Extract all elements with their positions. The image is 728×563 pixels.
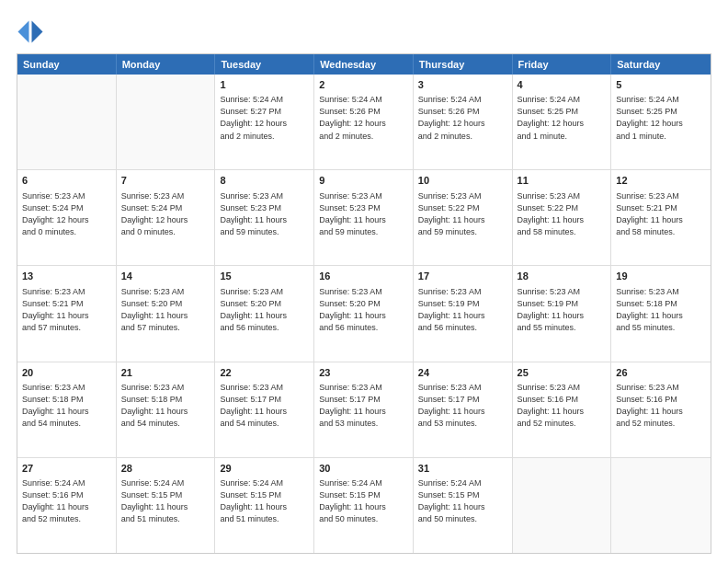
calendar-row-0: 1Sunrise: 5:24 AM Sunset: 5:27 PM Daylig… <box>17 75 711 169</box>
day-info: Sunrise: 5:23 AM Sunset: 5:18 PM Dayligh… <box>616 286 706 334</box>
calendar-cell: 2Sunrise: 5:24 AM Sunset: 5:26 PM Daylig… <box>314 75 414 169</box>
day-number: 2 <box>319 78 408 92</box>
calendar-cell: 23Sunrise: 5:23 AM Sunset: 5:17 PM Dayli… <box>314 362 414 457</box>
calendar-cell: 4Sunrise: 5:24 AM Sunset: 5:25 PM Daylig… <box>513 75 612 169</box>
day-info: Sunrise: 5:23 AM Sunset: 5:24 PM Dayligh… <box>22 190 111 238</box>
calendar-row-3: 20Sunrise: 5:23 AM Sunset: 5:18 PM Dayli… <box>17 362 711 457</box>
day-number: 23 <box>319 366 408 380</box>
calendar-cell: 6Sunrise: 5:23 AM Sunset: 5:24 PM Daylig… <box>17 170 117 265</box>
day-info: Sunrise: 5:23 AM Sunset: 5:16 PM Dayligh… <box>518 382 607 430</box>
header-day-friday: Friday <box>513 54 612 75</box>
calendar-cell: 20Sunrise: 5:23 AM Sunset: 5:18 PM Dayli… <box>17 362 117 457</box>
calendar-body: 1Sunrise: 5:24 AM Sunset: 5:27 PM Daylig… <box>17 75 711 553</box>
calendar-cell: 14Sunrise: 5:23 AM Sunset: 5:20 PM Dayli… <box>117 266 216 361</box>
day-info: Sunrise: 5:23 AM Sunset: 5:18 PM Dayligh… <box>22 382 111 430</box>
calendar-cell: 5Sunrise: 5:24 AM Sunset: 5:25 PM Daylig… <box>611 75 711 169</box>
calendar-cell: 27Sunrise: 5:24 AM Sunset: 5:16 PM Dayli… <box>17 458 117 553</box>
day-info: Sunrise: 5:23 AM Sunset: 5:20 PM Dayligh… <box>319 286 408 334</box>
day-number: 3 <box>418 78 507 92</box>
calendar-cell <box>611 458 711 553</box>
day-number: 10 <box>418 174 507 188</box>
calendar-cell: 28Sunrise: 5:24 AM Sunset: 5:15 PM Dayli… <box>117 458 216 553</box>
day-info: Sunrise: 5:23 AM Sunset: 5:17 PM Dayligh… <box>220 382 309 430</box>
day-number: 16 <box>319 270 408 283</box>
calendar-cell: 12Sunrise: 5:23 AM Sunset: 5:21 PM Dayli… <box>611 170 711 265</box>
calendar-row-2: 13Sunrise: 5:23 AM Sunset: 5:21 PM Dayli… <box>17 265 711 361</box>
day-info: Sunrise: 5:23 AM Sunset: 5:20 PM Dayligh… <box>121 286 210 334</box>
logo <box>17 17 48 44</box>
calendar-cell <box>513 458 612 553</box>
calendar: SundayMondayTuesdayWednesdayThursdayFrid… <box>17 53 711 554</box>
day-info: Sunrise: 5:23 AM Sunset: 5:22 PM Dayligh… <box>518 190 607 238</box>
day-info: Sunrise: 5:23 AM Sunset: 5:21 PM Dayligh… <box>616 190 706 238</box>
header-day-tuesday: Tuesday <box>215 54 314 75</box>
day-info: Sunrise: 5:24 AM Sunset: 5:25 PM Dayligh… <box>616 94 706 142</box>
day-info: Sunrise: 5:24 AM Sunset: 5:15 PM Dayligh… <box>319 477 408 525</box>
svg-marker-1 <box>18 21 29 43</box>
day-number: 17 <box>418 270 507 283</box>
day-number: 6 <box>22 174 111 188</box>
day-number: 30 <box>319 462 408 476</box>
svg-marker-0 <box>32 21 43 43</box>
calendar-cell: 22Sunrise: 5:23 AM Sunset: 5:17 PM Dayli… <box>215 362 314 457</box>
calendar-cell: 8Sunrise: 5:23 AM Sunset: 5:23 PM Daylig… <box>215 170 314 265</box>
calendar-cell: 19Sunrise: 5:23 AM Sunset: 5:18 PM Dayli… <box>611 266 711 361</box>
day-number: 29 <box>220 462 309 476</box>
day-info: Sunrise: 5:23 AM Sunset: 5:16 PM Dayligh… <box>616 382 706 430</box>
calendar-cell: 17Sunrise: 5:23 AM Sunset: 5:19 PM Dayli… <box>414 266 513 361</box>
page: SundayMondayTuesdayWednesdayThursdayFrid… <box>0 0 728 563</box>
day-number: 27 <box>22 462 111 476</box>
header <box>17 17 711 44</box>
day-info: Sunrise: 5:24 AM Sunset: 5:16 PM Dayligh… <box>22 477 111 525</box>
day-number: 20 <box>22 366 111 380</box>
calendar-cell: 10Sunrise: 5:23 AM Sunset: 5:22 PM Dayli… <box>414 170 513 265</box>
day-number: 25 <box>518 366 607 380</box>
day-info: Sunrise: 5:23 AM Sunset: 5:24 PM Dayligh… <box>121 190 210 238</box>
day-number: 5 <box>616 78 706 92</box>
calendar-cell: 25Sunrise: 5:23 AM Sunset: 5:16 PM Dayli… <box>513 362 612 457</box>
day-number: 24 <box>418 366 507 380</box>
day-number: 7 <box>121 174 210 188</box>
day-number: 21 <box>121 366 210 380</box>
day-number: 31 <box>418 462 507 476</box>
day-info: Sunrise: 5:24 AM Sunset: 5:27 PM Dayligh… <box>220 94 309 142</box>
day-number: 14 <box>121 270 210 283</box>
calendar-cell: 24Sunrise: 5:23 AM Sunset: 5:17 PM Dayli… <box>414 362 513 457</box>
calendar-cell: 29Sunrise: 5:24 AM Sunset: 5:15 PM Dayli… <box>215 458 314 553</box>
day-number: 12 <box>616 174 706 188</box>
calendar-cell: 7Sunrise: 5:23 AM Sunset: 5:24 PM Daylig… <box>117 170 216 265</box>
calendar-cell: 26Sunrise: 5:23 AM Sunset: 5:16 PM Dayli… <box>611 362 711 457</box>
day-info: Sunrise: 5:24 AM Sunset: 5:26 PM Dayligh… <box>319 94 408 142</box>
day-number: 1 <box>220 78 309 92</box>
day-info: Sunrise: 5:24 AM Sunset: 5:15 PM Dayligh… <box>418 477 507 525</box>
calendar-row-1: 6Sunrise: 5:23 AM Sunset: 5:24 PM Daylig… <box>17 169 711 265</box>
header-day-wednesday: Wednesday <box>314 54 414 75</box>
header-day-monday: Monday <box>117 54 216 75</box>
calendar-cell: 16Sunrise: 5:23 AM Sunset: 5:20 PM Dayli… <box>314 266 414 361</box>
calendar-cell: 11Sunrise: 5:23 AM Sunset: 5:22 PM Dayli… <box>513 170 612 265</box>
calendar-cell: 30Sunrise: 5:24 AM Sunset: 5:15 PM Dayli… <box>314 458 414 553</box>
calendar-cell: 31Sunrise: 5:24 AM Sunset: 5:15 PM Dayli… <box>414 458 513 553</box>
day-number: 9 <box>319 174 408 188</box>
calendar-cell: 21Sunrise: 5:23 AM Sunset: 5:18 PM Dayli… <box>117 362 216 457</box>
day-info: Sunrise: 5:23 AM Sunset: 5:19 PM Dayligh… <box>518 286 607 334</box>
day-number: 28 <box>121 462 210 476</box>
header-day-thursday: Thursday <box>414 54 513 75</box>
day-info: Sunrise: 5:23 AM Sunset: 5:19 PM Dayligh… <box>418 286 507 334</box>
day-number: 4 <box>518 78 607 92</box>
calendar-header: SundayMondayTuesdayWednesdayThursdayFrid… <box>17 54 711 75</box>
day-info: Sunrise: 5:24 AM Sunset: 5:25 PM Dayligh… <box>518 94 607 142</box>
day-info: Sunrise: 5:23 AM Sunset: 5:17 PM Dayligh… <box>319 382 408 430</box>
day-number: 22 <box>220 366 309 380</box>
calendar-cell: 13Sunrise: 5:23 AM Sunset: 5:21 PM Dayli… <box>17 266 117 361</box>
day-info: Sunrise: 5:23 AM Sunset: 5:18 PM Dayligh… <box>121 382 210 430</box>
day-number: 26 <box>616 366 706 380</box>
day-info: Sunrise: 5:24 AM Sunset: 5:15 PM Dayligh… <box>121 477 210 525</box>
header-day-sunday: Sunday <box>17 54 117 75</box>
day-info: Sunrise: 5:23 AM Sunset: 5:23 PM Dayligh… <box>319 190 408 238</box>
header-day-saturday: Saturday <box>611 54 711 75</box>
calendar-cell: 3Sunrise: 5:24 AM Sunset: 5:26 PM Daylig… <box>414 75 513 169</box>
day-info: Sunrise: 5:24 AM Sunset: 5:15 PM Dayligh… <box>220 477 309 525</box>
calendar-cell: 1Sunrise: 5:24 AM Sunset: 5:27 PM Daylig… <box>215 75 314 169</box>
day-info: Sunrise: 5:23 AM Sunset: 5:23 PM Dayligh… <box>220 190 309 238</box>
